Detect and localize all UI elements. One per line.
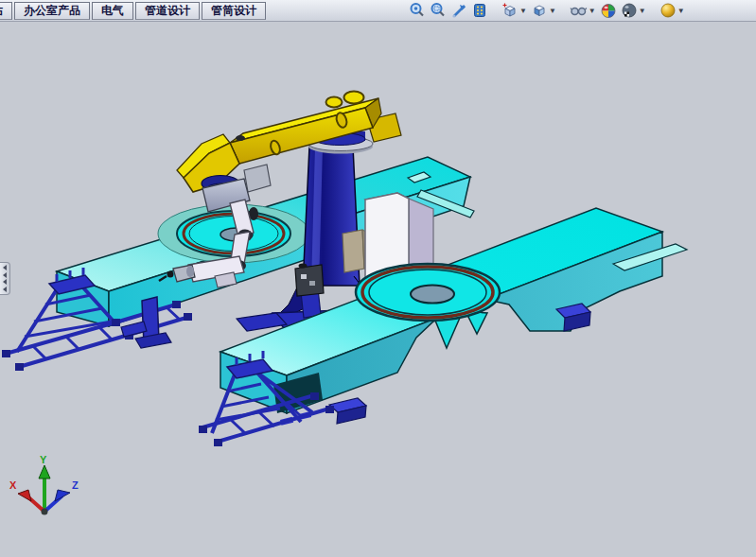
tab-office-products[interactable]: 办公室产品 xyxy=(14,2,90,20)
y-axis-arrow[interactable] xyxy=(39,465,50,479)
rotate-view-icon xyxy=(450,2,467,19)
dropdown-arrow[interactable]: ▼ xyxy=(639,7,646,15)
display-style-button[interactable]: ▼ xyxy=(531,2,556,19)
reference-triad[interactable]: X Y Z xyxy=(9,454,79,515)
hide-show-items-button[interactable]: ▼ xyxy=(570,2,596,19)
y-axis-label: Y xyxy=(40,454,47,465)
boom-top-hole xyxy=(344,92,364,104)
edit-appearance-button[interactable] xyxy=(600,2,617,19)
z-axis-label: Z xyxy=(72,479,79,491)
display-style-icon xyxy=(531,2,548,19)
zoom-to-fit-icon xyxy=(409,2,426,19)
zoom-to-area-button[interactable] xyxy=(430,2,447,19)
x-axis-arrow[interactable] xyxy=(18,490,31,501)
view-orientation-icon xyxy=(501,2,519,19)
model-scene[interactable]: X Y Z xyxy=(0,0,756,557)
ribbon-tabs: 估 办公室产品 电气 管道设计 管筒设计 xyxy=(0,0,267,21)
apply-scene-icon xyxy=(621,2,638,19)
collapse-arrow-icon xyxy=(3,272,7,278)
z-axis-arrow[interactable] xyxy=(55,490,70,501)
tab-electrical[interactable]: 电气 xyxy=(92,2,133,20)
edit-appearance-icon xyxy=(600,2,617,19)
hide-show-items-icon xyxy=(570,2,588,19)
collapse-arrow-icon xyxy=(3,279,7,285)
rotate-view-button[interactable] xyxy=(450,2,467,19)
graphics-viewport[interactable]: X Y Z xyxy=(0,0,756,557)
dropdown-arrow[interactable]: ▼ xyxy=(549,7,556,15)
dropdown-arrow[interactable]: ▼ xyxy=(519,7,527,15)
apply-scene-button[interactable]: ▼ xyxy=(621,2,646,19)
ribbon-tab-bar: 估 办公室产品 电气 管道设计 管筒设计 xyxy=(0,0,756,22)
view-orientation-button[interactable]: ▼ xyxy=(501,2,527,19)
feature-tree-collapse-handle[interactable] xyxy=(0,262,10,295)
tab-evaluate-partial[interactable]: 估 xyxy=(0,2,12,20)
turntable-ring-front[interactable] xyxy=(356,264,500,321)
x-axis-label: X xyxy=(9,479,17,491)
zoom-to-area-icon xyxy=(430,2,447,19)
view-settings-button[interactable]: ▼ xyxy=(659,2,685,19)
collapse-arrow-icon xyxy=(3,287,7,292)
tab-tubing-design[interactable]: 管筒设计 xyxy=(202,2,266,20)
dropdown-arrow[interactable]: ▼ xyxy=(589,7,596,15)
view-settings-icon xyxy=(659,2,677,19)
section-view-icon xyxy=(471,2,488,19)
turntable-bore-front xyxy=(411,286,454,304)
section-view-button[interactable] xyxy=(471,2,488,19)
collapse-arrow-icon xyxy=(3,265,7,270)
dropdown-arrow[interactable]: ▼ xyxy=(677,7,685,15)
view-toolbar: ▼ ▼ ▼ xyxy=(407,2,687,19)
tab-piping-design[interactable]: 管道设计 xyxy=(135,2,200,20)
boom-top-hole xyxy=(326,97,343,108)
zoom-to-fit-button[interactable] xyxy=(409,2,426,19)
